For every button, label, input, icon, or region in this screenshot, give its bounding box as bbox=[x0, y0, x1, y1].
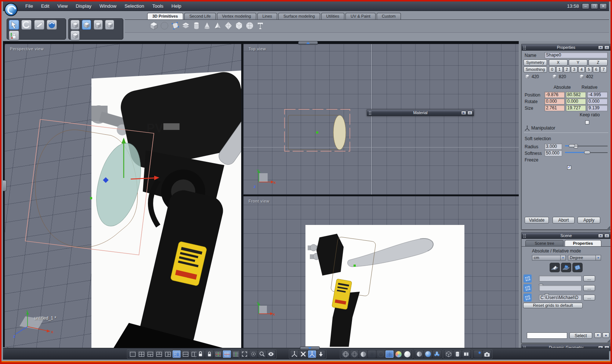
primitive-geodesic-icon[interactable] bbox=[245, 21, 255, 31]
tab-uv-paint[interactable]: UV & Paint bbox=[345, 13, 376, 19]
perspective-viewport[interactable]: Perspective view bbox=[4, 44, 242, 349]
position-x-field[interactable]: -9.876 bbox=[544, 92, 565, 98]
layout-two-rows-icon[interactable] bbox=[181, 350, 189, 358]
zoom-view-icon[interactable] bbox=[258, 350, 266, 358]
select-button[interactable]: Select bbox=[569, 332, 592, 339]
front-viewport[interactable]: Front view bbox=[243, 196, 519, 349]
primitive-grid-icon[interactable] bbox=[181, 21, 191, 31]
ground-plane-icon[interactable] bbox=[550, 263, 560, 272]
primitive-octahedron-icon[interactable] bbox=[223, 21, 233, 31]
grid2-browse-button[interactable]: ... bbox=[583, 285, 595, 291]
center-view-icon[interactable] bbox=[249, 350, 257, 358]
visibility-icon[interactable] bbox=[267, 350, 275, 358]
material-expand-icon[interactable]: ▶ bbox=[461, 111, 466, 115]
position-y-field[interactable]: 80.582 bbox=[566, 92, 586, 98]
menu-display[interactable]: Display bbox=[72, 3, 95, 10]
scene-search-input[interactable] bbox=[527, 332, 567, 339]
blue-sphere-icon[interactable] bbox=[424, 350, 432, 358]
radius-slider[interactable] bbox=[565, 144, 608, 148]
grid3-path-field[interactable]: C:\Users\Michael\D bbox=[539, 295, 582, 301]
smoothing-button[interactable]: Smoothing bbox=[524, 66, 547, 73]
softness-slider-thumb[interactable] bbox=[584, 151, 590, 154]
resize-grip-icon[interactable] bbox=[607, 226, 610, 229]
cylinder-display-icon[interactable] bbox=[453, 350, 461, 358]
smoothing-level-5[interactable]: 5 bbox=[586, 66, 592, 73]
rotate-y-field[interactable]: 0.000 bbox=[566, 98, 586, 105]
symmetry-z-button[interactable]: Z bbox=[589, 59, 608, 66]
planes-display-icon[interactable] bbox=[462, 350, 470, 358]
minimize-button[interactable]: ─ bbox=[582, 3, 589, 9]
menu-tools[interactable]: Tools bbox=[149, 3, 167, 10]
vertex-mode-icon[interactable] bbox=[105, 20, 114, 30]
menu-window[interactable]: Window bbox=[96, 3, 120, 10]
ground-grid-icon[interactable] bbox=[572, 263, 583, 272]
tab-surface-modeling[interactable]: Surface modeling bbox=[278, 13, 320, 19]
grid1-browse-button[interactable]: ... bbox=[583, 276, 595, 281]
primitive-cone-icon[interactable] bbox=[202, 21, 212, 31]
grid-vertical-icon[interactable] bbox=[232, 350, 240, 358]
smoothing-level-3[interactable]: 3 bbox=[571, 66, 577, 73]
axes-tripod-icon[interactable] bbox=[290, 350, 298, 358]
drag-grip-icon[interactable] bbox=[523, 234, 526, 238]
scene-titlebar[interactable]: Scene ▼ ✕ bbox=[522, 233, 611, 239]
smoothing-level-6[interactable]: 6 bbox=[593, 66, 600, 73]
manipulator-toggle-icon[interactable] bbox=[308, 350, 316, 358]
symmetry-x-button[interactable]: X bbox=[549, 59, 568, 66]
name-field[interactable]: Shape0 bbox=[544, 52, 608, 58]
tab-vertex-modeling[interactable]: Vertex modeling bbox=[217, 13, 256, 19]
symmetry-y-button[interactable]: Y bbox=[569, 59, 587, 66]
softness-field[interactable]: 50.000 bbox=[544, 150, 562, 156]
primitive-gem-icon[interactable] bbox=[234, 21, 244, 31]
radius-slider-thumb[interactable] bbox=[569, 144, 575, 148]
fit-view-icon[interactable] bbox=[240, 350, 249, 358]
layout-left-tall-icon[interactable] bbox=[164, 350, 172, 358]
select-next-icon[interactable]: ▲ bbox=[602, 332, 609, 338]
absolute-label[interactable]: Absolute bbox=[554, 85, 571, 90]
shading-wireframe-icon[interactable] bbox=[341, 350, 350, 358]
softness-slider[interactable] bbox=[565, 151, 608, 154]
shading-flat-wire-icon[interactable] bbox=[368, 350, 376, 358]
radius-field[interactable]: 3.000 bbox=[544, 143, 562, 150]
ground-object-icon[interactable] bbox=[561, 263, 571, 272]
drag-grip-icon[interactable] bbox=[523, 46, 526, 50]
shading-smooth-wire-icon[interactable] bbox=[385, 350, 394, 358]
unit-combo[interactable]: cm ▼ bbox=[532, 255, 566, 261]
scene-menu-icon[interactable]: ▼ bbox=[598, 234, 603, 238]
size-y-field[interactable]: 19.727 bbox=[566, 105, 586, 111]
left-dock-handle[interactable] bbox=[3, 180, 7, 191]
angle-dropdown-icon[interactable]: ▼ bbox=[596, 255, 601, 261]
render-icon[interactable] bbox=[474, 350, 482, 358]
select-prev-icon[interactable]: ▼ bbox=[594, 332, 601, 338]
layout-single-view-icon[interactable] bbox=[128, 350, 137, 358]
smoothing-level-0[interactable]: 0 bbox=[549, 66, 555, 73]
snap-cross-icon[interactable] bbox=[299, 350, 307, 358]
shading-hidden-wire-icon[interactable] bbox=[350, 350, 358, 358]
face-mode-icon[interactable] bbox=[82, 20, 91, 30]
tab-custom[interactable]: Custom bbox=[377, 13, 401, 19]
layout-top-wide-icon[interactable] bbox=[146, 350, 154, 358]
grid2-path-field[interactable] bbox=[539, 285, 582, 291]
angle-value[interactable]: Degree bbox=[568, 255, 596, 261]
tab-scene-tree[interactable]: Scene tree bbox=[525, 240, 564, 246]
element-mode-icon[interactable] bbox=[70, 30, 80, 40]
rotate-z-field[interactable]: 0.000 bbox=[587, 98, 608, 105]
tab-lines[interactable]: Lines bbox=[257, 13, 277, 19]
primitive-cube-icon[interactable] bbox=[149, 21, 159, 31]
shading-flat-icon[interactable] bbox=[359, 350, 367, 358]
layout-right-tall-icon[interactable] bbox=[173, 350, 181, 358]
size-x-field[interactable]: 2.761 bbox=[544, 105, 565, 111]
wedge-tool[interactable] bbox=[34, 20, 44, 30]
position-z-field[interactable]: -4.995 bbox=[587, 92, 608, 98]
menu-selection[interactable]: Selection bbox=[121, 3, 147, 10]
material-close-icon[interactable]: ✕ bbox=[467, 111, 472, 115]
lock-icon[interactable] bbox=[205, 350, 213, 358]
tab-second-life[interactable]: Second Life bbox=[184, 13, 216, 19]
properties-menu-icon[interactable]: ▼ bbox=[598, 46, 603, 50]
validate-button[interactable]: Validate bbox=[525, 217, 549, 223]
size-z-field[interactable]: 9.139 bbox=[587, 105, 608, 111]
shading-smooth-icon[interactable] bbox=[377, 350, 385, 358]
primitive-pyramid-icon[interactable] bbox=[213, 21, 223, 31]
layout-bottom-wide-icon[interactable] bbox=[155, 350, 163, 358]
maximize-button[interactable]: ❒ bbox=[591, 3, 598, 9]
mesh-cylinder-perspective[interactable] bbox=[25, 119, 162, 263]
